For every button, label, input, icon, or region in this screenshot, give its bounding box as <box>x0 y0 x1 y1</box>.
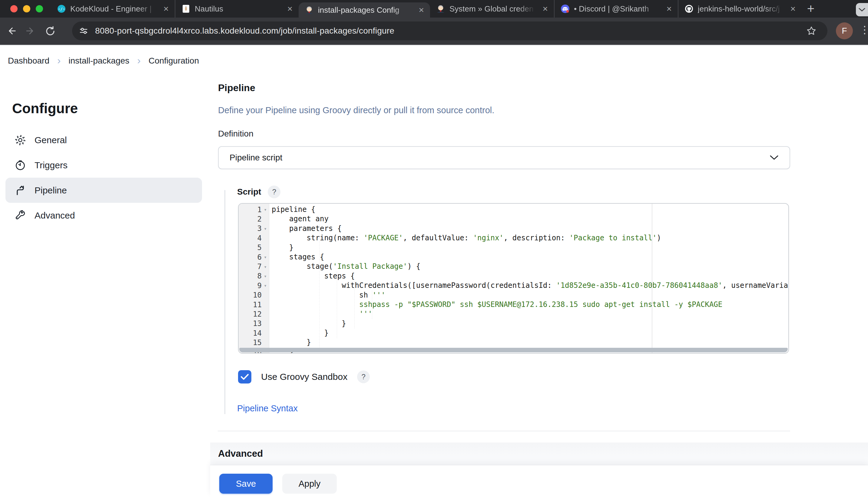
sidebar-item-advanced[interactable]: Advanced <box>5 203 202 228</box>
url-text: 8080-port-qsbgcdrol4l4xrco.labs.kodeklou… <box>95 26 394 36</box>
code-plain-token: , defaultValue: <box>403 234 473 242</box>
breadcrumb-item-dashboard[interactable]: Dashboard <box>8 56 50 66</box>
save-button[interactable]: Save <box>219 474 272 494</box>
tab-close-button[interactable]: × <box>417 5 425 15</box>
browser-tab-3[interactable]: install-packages Config× <box>299 2 430 17</box>
code-plain-token: } <box>272 319 346 328</box>
fold-arrow-icon[interactable]: ▾ <box>262 273 269 279</box>
code-string-token: 'Package to install' <box>569 234 657 242</box>
browser-tab-5[interactable]: • Discord | @Srikanth× <box>554 0 678 17</box>
wrench-icon <box>15 210 26 221</box>
gutter-line-5: 5 <box>239 243 269 253</box>
code-line-6[interactable]: stages { <box>272 253 788 262</box>
code-string-token: ''' <box>372 291 385 299</box>
code-line-12[interactable]: ''' <box>272 309 788 319</box>
line-number: 4 <box>257 234 262 242</box>
code-line-14[interactable]: } <box>272 328 788 338</box>
tab-close-button[interactable]: × <box>162 4 170 13</box>
fold-arrow-icon[interactable]: ▾ <box>262 226 269 231</box>
window-close-button[interactable] <box>10 5 17 12</box>
browser-tab-1[interactable]: ‹/›KodeKloud - Engineer | × <box>51 0 175 17</box>
code-string-token: 'Install Package' <box>333 262 407 271</box>
reload-button[interactable] <box>41 22 60 41</box>
gutter-line-11: 11 <box>239 300 269 309</box>
site-info-button[interactable] <box>72 26 95 36</box>
tab-close-button[interactable]: × <box>541 4 549 13</box>
advanced-section-header[interactable]: Advanced <box>210 442 868 465</box>
forward-button[interactable] <box>21 22 41 41</box>
code-string-token: 'nginx' <box>473 234 504 242</box>
fold-arrow-icon[interactable]: ▾ <box>262 264 269 270</box>
window-controls <box>0 0 51 17</box>
tab-close-button[interactable]: × <box>789 4 797 13</box>
code-line-9[interactable]: withCredentials([usernamePassword(creden… <box>272 281 788 290</box>
apply-button[interactable]: Apply <box>282 474 337 494</box>
code-line-5[interactable]: } <box>272 243 788 253</box>
browser-tab-6[interactable]: jenkins-hello-world/src/j× <box>678 0 802 17</box>
code-line-13[interactable]: } <box>272 319 788 328</box>
code-plain-token: } <box>272 243 293 252</box>
browser-tab-4[interactable]: System » Global creden× <box>430 0 554 17</box>
chrome-page-divider <box>0 45 868 45</box>
code-line-3[interactable]: parameters { <box>272 224 788 233</box>
gear-icon <box>15 134 26 146</box>
gutter-line-9: 9▾ <box>239 281 269 290</box>
address-bar[interactable]: 8080-port-qsbgcdrol4l4xrco.labs.kodeklou… <box>72 22 827 40</box>
code-line-8[interactable]: steps { <box>272 271 788 281</box>
sidebar-item-label: Pipeline <box>34 185 67 196</box>
definition-select-value: Pipeline script <box>229 153 282 162</box>
tab-close-button[interactable]: × <box>665 4 673 13</box>
breadcrumb-item-install-packages[interactable]: install-packages <box>68 56 129 66</box>
code-line-10[interactable]: sh ''' <box>272 290 788 300</box>
fold-arrow-icon[interactable]: ▾ <box>262 283 269 288</box>
code-line-1[interactable]: pipeline { <box>272 205 788 214</box>
editor-code-area[interactable]: pipeline { agent any parameters { string… <box>269 204 788 353</box>
jenkins-favicon-icon <box>436 4 445 13</box>
pipeline-script-editor[interactable]: 1▾23▾456▾7▾8▾9▾10111213141516 pipeline {… <box>238 203 789 354</box>
code-line-7[interactable]: stage('Install Package') { <box>272 262 788 271</box>
back-button[interactable] <box>2 22 21 41</box>
tab-close-button[interactable]: × <box>286 4 294 13</box>
bookmark-button[interactable] <box>806 22 816 40</box>
sidebar-item-label: Triggers <box>34 160 68 170</box>
kodekloud-favicon-icon: ‹/› <box>57 4 66 13</box>
section-divider <box>218 431 790 431</box>
fold-arrow-icon[interactable]: ▾ <box>262 254 269 260</box>
groovy-sandbox-checkbox[interactable] <box>238 370 251 383</box>
chevron-down-icon <box>859 8 865 12</box>
sidebar-item-triggers[interactable]: Triggers <box>5 153 202 178</box>
new-tab-button[interactable]: + <box>802 0 820 17</box>
code-line-15[interactable]: } <box>272 338 788 347</box>
fold-arrow-icon[interactable]: ▾ <box>262 207 269 212</box>
sandbox-help-button[interactable]: ? <box>357 370 370 383</box>
window-minimize-button[interactable] <box>23 5 30 12</box>
sidebar-item-general[interactable]: General <box>5 127 202 153</box>
gutter-line-4: 4 <box>239 233 269 243</box>
code-line-4[interactable]: string(name: 'PACKAGE', defaultValue: 'n… <box>272 233 788 243</box>
sidebar-nav: GeneralTriggersPipelineAdvanced <box>5 127 202 228</box>
code-line-2[interactable]: agent any <box>272 214 788 224</box>
browser-menu-button[interactable]: ⋮ <box>859 24 868 36</box>
browser-window: ‹/›KodeKloud - Engineer | ×Nautilus×inst… <box>0 0 868 497</box>
pipeline-description: Define your Pipeline using Groovy direct… <box>218 105 494 115</box>
line-number: 11 <box>253 301 262 309</box>
line-number: 8 <box>257 272 262 280</box>
browser-toolbar: 8080-port-qsbgcdrol4l4xrco.labs.kodeklou… <box>0 17 868 45</box>
tab-title: KodeKloud - Engineer | <box>70 4 158 14</box>
profile-avatar[interactable]: F <box>836 23 853 39</box>
tab-search-button[interactable] <box>856 3 868 16</box>
line-number: 10 <box>253 291 262 299</box>
code-line-11[interactable]: sshpass -p "$PASSWORD" ssh $USERNAME@172… <box>272 300 788 309</box>
pipeline-syntax-link[interactable]: Pipeline Syntax <box>237 403 298 413</box>
gutter-line-7: 7▾ <box>239 262 269 271</box>
definition-select[interactable]: Pipeline script <box>218 146 790 169</box>
horizontal-scrollbar[interactable] <box>239 348 788 352</box>
sidebar-item-pipeline[interactable]: Pipeline <box>5 178 202 203</box>
browser-tab-2[interactable]: Nautilus× <box>175 0 299 17</box>
code-plain-token: string(name: <box>272 234 363 242</box>
window-zoom-button[interactable] <box>36 5 43 12</box>
script-help-button[interactable]: ? <box>268 186 280 198</box>
tab-title: System » Global creden <box>449 4 537 14</box>
code-plain-token: steps { <box>272 272 355 280</box>
sandbox-label: Use Groovy Sandbox <box>261 372 347 382</box>
